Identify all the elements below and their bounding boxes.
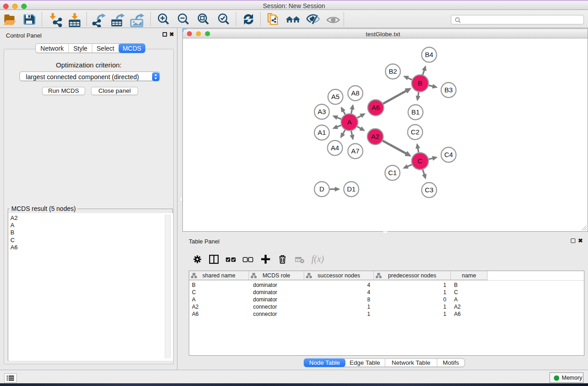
- svg-text:B3: B3: [445, 86, 453, 94]
- svg-text:A8: A8: [351, 89, 359, 97]
- svg-text:A6: A6: [372, 104, 380, 111]
- svg-text:C: C: [418, 157, 423, 165]
- svg-text:C2: C2: [411, 128, 419, 136]
- svg-text:A1: A1: [318, 129, 326, 136]
- svg-text:A: A: [347, 118, 352, 126]
- svg-text:A7: A7: [351, 147, 359, 155]
- svg-text:C3: C3: [425, 186, 433, 194]
- svg-text:A5: A5: [331, 93, 339, 100]
- svg-text:C1: C1: [388, 169, 397, 176]
- svg-text:A3: A3: [318, 108, 326, 115]
- svg-text:A2: A2: [371, 133, 379, 140]
- svg-text:B4: B4: [425, 51, 433, 58]
- svg-text:B2: B2: [389, 67, 397, 75]
- svg-text:A4: A4: [331, 144, 339, 152]
- svg-text:D1: D1: [347, 185, 355, 193]
- svg-text:D: D: [320, 185, 325, 193]
- svg-text:B1: B1: [411, 108, 420, 116]
- svg-text:B: B: [418, 79, 422, 87]
- svg-text:C4: C4: [444, 151, 453, 158]
